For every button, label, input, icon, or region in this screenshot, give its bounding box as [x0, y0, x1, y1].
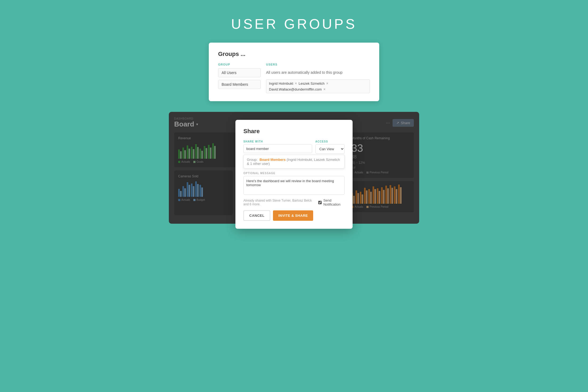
user-tag-leszek: Leszek Szmelich ×	[299, 81, 328, 85]
autocomplete-dropdown[interactable]: Group: Board Members (Ingrid Holmbukt, L…	[243, 155, 345, 169]
group-column: GROUP All Users Board Members	[218, 63, 261, 93]
send-notification-label[interactable]: Send Notification	[318, 198, 345, 206]
share-with-input[interactable]	[243, 144, 312, 153]
groups-card: Groups ... GROUP All Users Board Members…	[209, 43, 379, 101]
share-form-row: SHARE WITH ACCESS Can View Can Edit	[243, 140, 345, 154]
dashboard-wrapper: DASHBOARD Board ▾ ··· ↗ Share Reven	[169, 112, 419, 224]
share-with-column: SHARE WITH	[243, 140, 312, 154]
remove-ingrid-icon[interactable]: ×	[295, 81, 297, 85]
all-users-text: All users are automatically added to thi…	[266, 68, 370, 77]
share-modal-title: Share	[243, 128, 345, 135]
access-label: ACCESS	[315, 140, 345, 143]
user-tag-name: Ingrid Holmbukt	[269, 81, 293, 85]
group-col-label: GROUP	[218, 63, 261, 66]
autocomplete-group-name: Board Members	[259, 158, 285, 162]
access-select[interactable]: Can View Can Edit	[315, 144, 345, 154]
share-with-label: SHARE WITH	[243, 140, 312, 143]
message-textarea[interactable]: Here's the dashboard we will review in t…	[243, 176, 345, 195]
user-tag-ingrid: Ingrid Holmbukt ×	[269, 81, 297, 85]
autocomplete-group-label: Group:	[247, 158, 258, 162]
groups-card-title: Groups ...	[218, 51, 370, 58]
group-item-all-users[interactable]: All Users	[218, 68, 261, 77]
remove-david-icon[interactable]: ×	[323, 87, 325, 91]
user-tag-david: David.Wallace@dundermifflin.com ×	[269, 87, 325, 91]
users-column: USERS All users are automatically added …	[266, 63, 370, 93]
remove-leszek-icon[interactable]: ×	[326, 81, 328, 85]
user-tags-row: Ingrid Holmbukt × Leszek Szmelich × Davi…	[266, 79, 370, 93]
page-title: USER GROUPS	[231, 16, 357, 32]
modal-overlay: Share SHARE WITH ACCESS Can View Can Edi…	[169, 112, 419, 224]
already-shared-text: Already shared with Steve Turner, Bartos…	[243, 199, 316, 206]
cancel-button[interactable]: CANCEL	[243, 210, 270, 221]
invite-share-button[interactable]: INVITE & SHARE	[273, 210, 313, 221]
send-notification-checkbox[interactable]	[318, 201, 322, 204]
user-tag-name: David.Wallace@dundermifflin.com	[269, 87, 322, 91]
group-item-board-members[interactable]: Board Members	[218, 80, 261, 89]
user-tag-name: Leszek Szmelich	[299, 81, 325, 85]
optional-message-label: OPTIONAL MESSAGE	[243, 172, 345, 175]
users-col-label: USERS	[266, 63, 370, 66]
access-column: ACCESS Can View Can Edit	[315, 140, 345, 154]
modal-actions: CANCEL INVITE & SHARE	[243, 210, 345, 221]
dashboard-background: DASHBOARD Board ▾ ··· ↗ Share Reven	[169, 112, 419, 224]
already-shared-row: Already shared with Steve Turner, Bartos…	[243, 198, 345, 206]
share-modal: Share SHARE WITH ACCESS Can View Can Edi…	[235, 120, 353, 224]
